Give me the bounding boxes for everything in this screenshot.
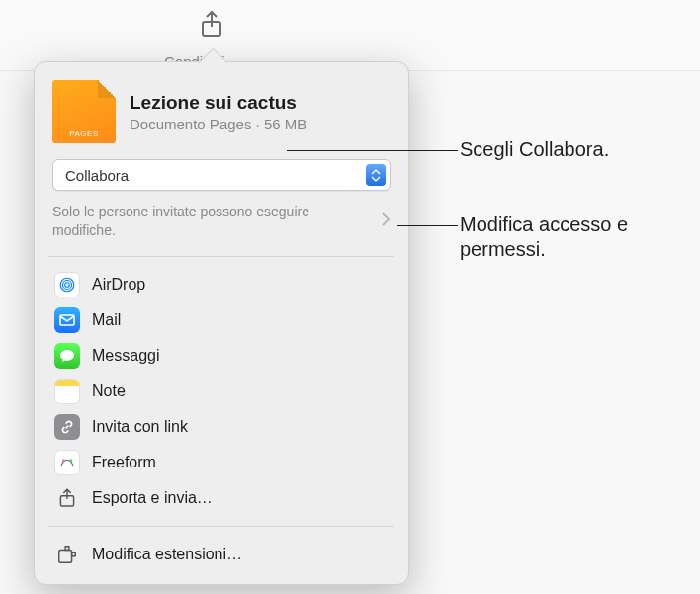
document-info: Lezione sui cactus Documento Pages · 56 …	[130, 92, 306, 132]
share-option-label: Note	[92, 382, 126, 400]
share-option-label: Messaggi	[92, 347, 159, 365]
document-subtitle: Documento Pages · 56 MB	[130, 116, 306, 132]
share-option-label: AirDrop	[92, 276, 145, 294]
share-mode-select[interactable]: Collabora	[52, 159, 391, 191]
share-option-airdrop[interactable]: AirDrop	[43, 267, 400, 302]
freeform-icon	[54, 450, 80, 475]
share-option-label: Invita con link	[92, 418, 188, 436]
callout-collaborate: Scegli Collabora.	[460, 137, 609, 162]
edit-extensions-label: Modifica estensioni…	[92, 546, 242, 563]
messages-icon	[54, 343, 80, 369]
extensions-icon	[54, 542, 80, 567]
permissions-row[interactable]: Solo le persone invitate possono eseguir…	[35, 199, 408, 252]
svg-point-6	[69, 459, 72, 462]
document-title: Lezione sui cactus	[130, 92, 306, 114]
document-header: PAGES Lezione sui cactus Documento Pages…	[35, 62, 408, 153]
updown-icon	[366, 164, 386, 186]
svg-point-2	[63, 280, 72, 289]
svg-rect-8	[59, 550, 72, 562]
share-option-label: Freeform	[92, 454, 156, 471]
export-icon	[54, 485, 80, 511]
edit-extensions-button[interactable]: Modifica estensioni…	[43, 537, 400, 572]
callout-permissions: Modifica accesso e permessi.	[460, 212, 687, 262]
share-option-label: Esporta e invia…	[92, 489, 213, 507]
svg-rect-4	[60, 315, 74, 325]
share-option-messages[interactable]: Messaggi	[43, 338, 400, 374]
link-icon	[54, 414, 80, 440]
share-options-list: AirDrop Mail Messaggi Note	[35, 261, 408, 522]
chevron-right-icon	[381, 212, 391, 231]
share-mode-row: Collabora	[52, 159, 391, 191]
callout-line	[287, 150, 458, 151]
notes-icon	[54, 379, 80, 404]
share-option-export[interactable]: Esporta e invia…	[43, 480, 400, 516]
permissions-text: Solo le persone invitate possono eseguir…	[52, 203, 359, 240]
divider	[48, 526, 394, 527]
mail-icon	[54, 307, 80, 333]
callout-line	[397, 225, 458, 226]
share-icon	[199, 26, 224, 42]
share-option-label: Mail	[92, 311, 121, 329]
share-mode-value: Collabora	[65, 167, 129, 184]
share-option-freeform[interactable]: Freeform	[43, 445, 400, 480]
divider	[48, 256, 394, 257]
share-option-invite-link[interactable]: Invita con link	[43, 409, 400, 445]
airdrop-icon	[54, 272, 80, 297]
share-toolbar-button[interactable]	[190, 10, 233, 43]
share-option-mail[interactable]: Mail	[43, 302, 400, 338]
pages-document-icon: PAGES	[52, 80, 116, 143]
svg-point-5	[62, 459, 65, 462]
share-option-notes[interactable]: Note	[43, 374, 400, 409]
share-popover: PAGES Lezione sui cactus Documento Pages…	[34, 61, 409, 585]
svg-point-1	[65, 283, 70, 288]
